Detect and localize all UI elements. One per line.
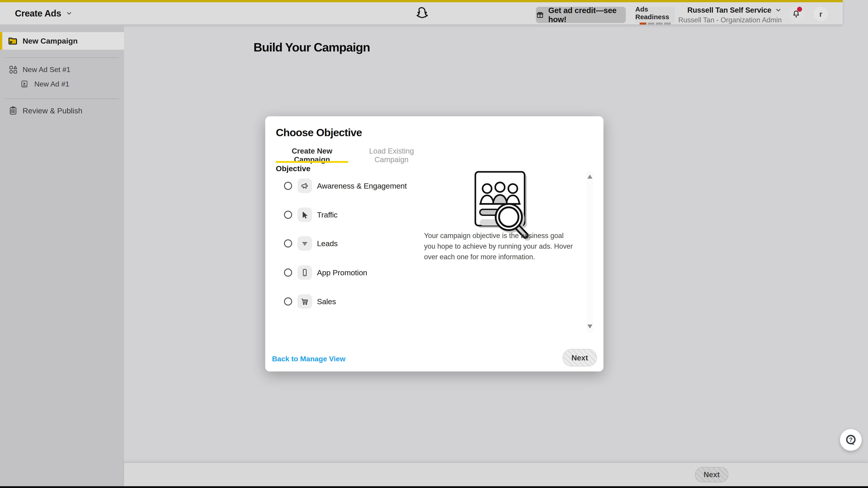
chevron-down-icon [775, 7, 782, 13]
radio-button[interactable] [284, 239, 292, 248]
page-title: Build Your Campaign [253, 40, 370, 54]
bottom-edge [0, 486, 868, 488]
sidebar-item-label: New Ad #1 [34, 80, 69, 88]
phone-icon [300, 268, 309, 277]
top-header-bar: Create Ads Get ad credit—see how! Ads Re… [0, 0, 843, 24]
objective-option-label: App Promotion [317, 268, 367, 277]
tab-load-existing-campaign[interactable]: Load Existing Campaign [355, 147, 428, 164]
notifications-button[interactable] [788, 6, 804, 22]
sidebar-divider [5, 57, 119, 58]
sidebar-item-new-ad[interactable]: New Ad #1 [0, 77, 124, 91]
account-switcher[interactable]: Russell Tan Self Service Russell Tan - O… [678, 6, 782, 24]
notification-badge [797, 7, 802, 12]
objective-illustration [473, 170, 538, 240]
progress-segment [656, 23, 663, 25]
account-role: Russell Tan - Organization Admin [678, 16, 782, 24]
account-name: Russell Tan Self Service [687, 6, 771, 14]
active-tab-underline [276, 161, 348, 163]
scroll-up-arrow-icon[interactable] [587, 174, 592, 178]
sidebar-item-label: Review & Publish [23, 106, 83, 115]
help-question-icon: ? [845, 434, 857, 446]
radio-button[interactable] [284, 211, 292, 219]
scroll-down-arrow-icon[interactable] [587, 325, 592, 329]
progress-segment [648, 23, 654, 25]
avatar[interactable]: r [813, 7, 828, 21]
progress-segment [664, 23, 671, 25]
objective-option-label: Awareness & Engagement [317, 182, 407, 190]
objective-option-awareness[interactable]: Awareness & Engagement [276, 171, 461, 200]
gift-icon [536, 10, 544, 20]
campaign-structure-sidebar: New Campaign New Ad Set #1 New Ad #1 [0, 24, 124, 486]
icon-chip [298, 265, 312, 280]
back-to-manage-view-link[interactable]: Back to Manage View [272, 355, 345, 363]
scrollbar-track[interactable] [586, 172, 593, 333]
create-ads-menu[interactable]: Create Ads [15, 2, 72, 24]
megaphone-icon [300, 181, 309, 190]
objective-option-label: Traffic [317, 210, 338, 219]
icon-chip [298, 294, 312, 309]
objective-option-sales[interactable]: Sales [276, 287, 461, 316]
objective-option-label: Leads [317, 239, 338, 248]
sidebar-item-new-ad-set[interactable]: New Ad Set #1 [0, 62, 124, 77]
radio-button[interactable] [284, 268, 292, 276]
snapchat-ghost-icon[interactable] [414, 5, 429, 22]
modal-title: Choose Objective [276, 126, 362, 139]
icon-chip [298, 236, 312, 251]
sidebar-item-label: New Campaign [23, 37, 78, 45]
create-ads-label: Create Ads [15, 8, 61, 19]
icon-chip [298, 207, 312, 222]
cursor-icon [300, 210, 309, 219]
help-button[interactable]: ? [840, 429, 862, 451]
selected-indicator [0, 32, 2, 50]
sidebar-item-label: New Ad Set #1 [23, 65, 70, 74]
icon-chip [298, 178, 312, 193]
choose-objective-modal: Choose Objective Create New Campaign Loa… [265, 116, 603, 371]
video-ad-icon [20, 79, 29, 89]
objective-option-label: Sales [317, 297, 336, 306]
objective-description: Your campaign objective is the business … [424, 230, 576, 262]
snapchat-ads-manager-screen: Create Ads Get ad credit—see how! Ads Re… [0, 0, 868, 488]
cart-icon [300, 297, 309, 306]
clipboard-icon [8, 106, 18, 116]
modal-next-button[interactable]: Next [563, 349, 597, 366]
get-ad-credit-label: Get ad credit—see how! [548, 6, 626, 24]
chevron-down-icon [66, 10, 72, 17]
svg-text:?: ? [849, 436, 852, 443]
progress-segment [640, 23, 646, 25]
objective-option-app-promotion[interactable]: App Promotion [276, 258, 461, 287]
ads-readiness-widget[interactable]: Ads Readiness [635, 7, 675, 23]
footer-next-button[interactable]: Next [695, 467, 728, 482]
radio-button[interactable] [284, 182, 292, 190]
sidebar-divider [5, 98, 119, 99]
ads-readiness-progress [640, 23, 671, 25]
objective-option-traffic[interactable]: Traffic [276, 200, 461, 229]
shapes-icon [8, 65, 18, 74]
sidebar-item-new-campaign[interactable]: New Campaign [0, 32, 124, 50]
get-ad-credit-button[interactable]: Get ad credit—see how! [536, 7, 626, 23]
folder-icon [8, 36, 18, 46]
funnel-icon [300, 239, 309, 248]
sidebar-item-review-publish[interactable]: Review & Publish [0, 103, 124, 118]
bottom-action-bar: Next [124, 462, 868, 486]
ads-readiness-label: Ads Readiness [635, 5, 675, 21]
avatar-initial: r [819, 10, 822, 19]
radio-button[interactable] [284, 297, 292, 305]
